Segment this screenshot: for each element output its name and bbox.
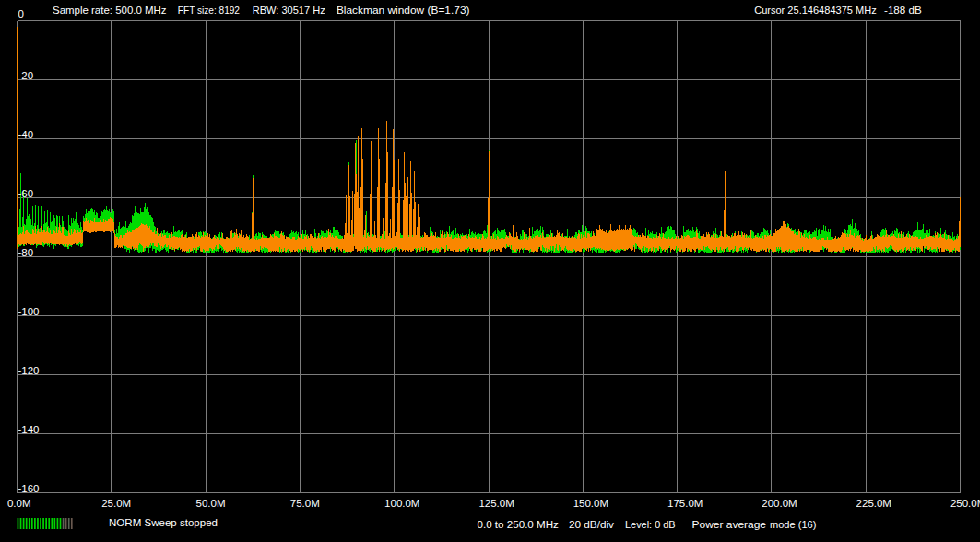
- svg-text:FFT size: 8192: FFT size: 8192: [178, 5, 240, 16]
- svg-text:NORM Sweep stopped: NORM Sweep stopped: [109, 517, 218, 528]
- svg-text:Sample rate: 500.0 MHz: Sample rate: 500.0 MHz: [53, 5, 167, 16]
- svg-text:-188 dB: -188 dB: [884, 5, 922, 16]
- svg-text:225.0M: 225.0M: [856, 498, 891, 509]
- svg-text:-100: -100: [18, 306, 40, 317]
- svg-text:-20: -20: [18, 70, 34, 81]
- svg-text:-60: -60: [18, 188, 34, 199]
- svg-text:100.0M: 100.0M: [384, 498, 419, 509]
- svg-text:mode (16): mode (16): [770, 519, 817, 530]
- svg-text:150.0M: 150.0M: [573, 498, 608, 509]
- svg-text:-40: -40: [18, 129, 34, 140]
- svg-text:Level: 0 dB: Level: 0 dB: [625, 519, 676, 530]
- svg-text:0: 0: [18, 8, 24, 19]
- svg-text:25.0M: 25.0M: [101, 498, 131, 509]
- svg-text:200.0M: 200.0M: [762, 498, 797, 509]
- svg-text:20 dB/div: 20 dB/div: [569, 519, 614, 530]
- svg-text:-160: -160: [18, 483, 40, 494]
- svg-text:75.0M: 75.0M: [290, 498, 320, 509]
- svg-text:175.0M: 175.0M: [667, 498, 703, 509]
- svg-text:125.0M: 125.0M: [478, 498, 514, 509]
- svg-text:-140: -140: [18, 424, 40, 435]
- svg-text:-80: -80: [18, 247, 34, 258]
- svg-text:50.0M: 50.0M: [196, 498, 226, 509]
- svg-text:RBW: 30517 Hz: RBW: 30517 Hz: [253, 5, 325, 16]
- svg-text:0.0M: 0.0M: [7, 498, 31, 509]
- svg-text:-120: -120: [18, 365, 40, 376]
- svg-text:Power average: Power average: [692, 519, 767, 530]
- svg-text:0.0 to 250.0 MHz: 0.0 to 250.0 MHz: [478, 519, 560, 530]
- svg-text:Blackman window (B=1.73): Blackman window (B=1.73): [337, 5, 470, 16]
- svg-text:Cursor 25.146484375 MHz: Cursor 25.146484375 MHz: [754, 5, 877, 16]
- svg-text:250.0M: 250.0M: [950, 498, 980, 509]
